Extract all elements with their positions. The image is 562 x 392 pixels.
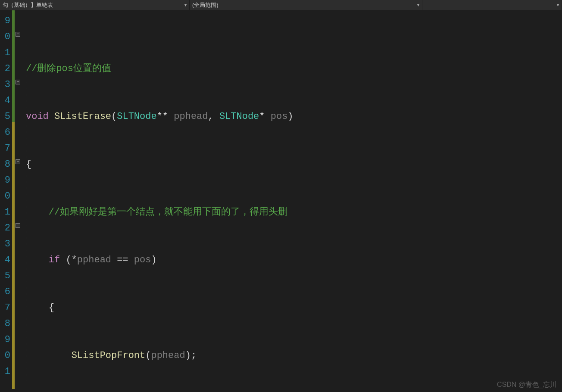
context-breadcrumb-bar: 勾（基础）】单链表 ▾ (全局范围) ▾ ▾ <box>0 0 562 10</box>
context-dropdown-member[interactable]: ▾ <box>422 0 562 10</box>
context-dropdown-scope-label: (全局范围) <box>192 1 219 9</box>
context-dropdown-project[interactable]: 勾（基础）】单链表 ▾ <box>0 0 190 10</box>
line-number: 5 <box>0 268 10 284</box>
code-line: { <box>26 156 562 172</box>
line-number: 2 <box>0 61 10 77</box>
fold-gutter: − − − − <box>15 10 22 392</box>
fold-toggle-icon[interactable]: − <box>16 223 20 228</box>
line-number: 2 <box>0 220 10 236</box>
line-number: 6 <box>0 124 10 140</box>
line-number: 0 <box>0 188 10 204</box>
line-number: 0 <box>0 348 10 364</box>
line-number: 9 <box>0 172 10 188</box>
code-line: if (*pphead == pos) <box>26 252 562 268</box>
fold-toggle-icon[interactable]: − <box>16 80 20 84</box>
line-number: 3 <box>0 77 10 93</box>
code-line: //如果刚好是第一个结点，就不能用下面的了，得用头删 <box>26 204 562 220</box>
line-number: 4 <box>0 252 10 268</box>
line-number: 7 <box>0 140 10 156</box>
line-number: 9 <box>0 13 10 29</box>
code-line: { <box>26 300 562 316</box>
line-number: 3 <box>0 236 10 252</box>
line-number: 7 <box>0 300 10 316</box>
line-number: 8 <box>0 156 10 172</box>
line-number: 1 <box>0 204 10 220</box>
line-number: 1 <box>0 364 10 380</box>
fold-toggle-icon[interactable]: − <box>16 32 20 37</box>
chevron-down-icon: ▾ <box>417 3 419 7</box>
line-number: 6 <box>0 284 10 300</box>
code-area[interactable]: //删除pos位置的值 void SListErase(SLTNode** pp… <box>22 10 562 392</box>
line-number: 4 <box>0 93 10 109</box>
code-line: void SListErase(SLTNode** pphead, SLTNod… <box>26 109 562 124</box>
line-number: 8 <box>0 316 10 332</box>
line-number: 9 <box>0 332 10 348</box>
code-editor[interactable]: 9 0 1 2 3 4 5 6 7 8 9 0 1 2 3 4 5 6 7 8 … <box>0 10 562 392</box>
context-dropdown-scope[interactable]: (全局范围) ▾ <box>190 0 422 10</box>
line-number: 5 <box>0 109 10 124</box>
line-number: 0 <box>0 29 10 45</box>
context-dropdown-project-label: 勾（基础）】单链表 <box>3 1 53 9</box>
fold-toggle-icon[interactable]: − <box>16 159 20 164</box>
line-number: 1 <box>0 45 10 61</box>
code-line: SListPopFront(pphead); <box>26 348 562 364</box>
chevron-down-icon: ▾ <box>557 3 559 7</box>
chevron-down-icon: ▾ <box>184 3 187 7</box>
line-number-gutter: 9 0 1 2 3 4 5 6 7 8 9 0 1 2 3 4 5 6 7 8 … <box>0 10 12 392</box>
brace-guide <box>26 45 26 381</box>
code-line: //删除pos位置的值 <box>26 61 562 77</box>
